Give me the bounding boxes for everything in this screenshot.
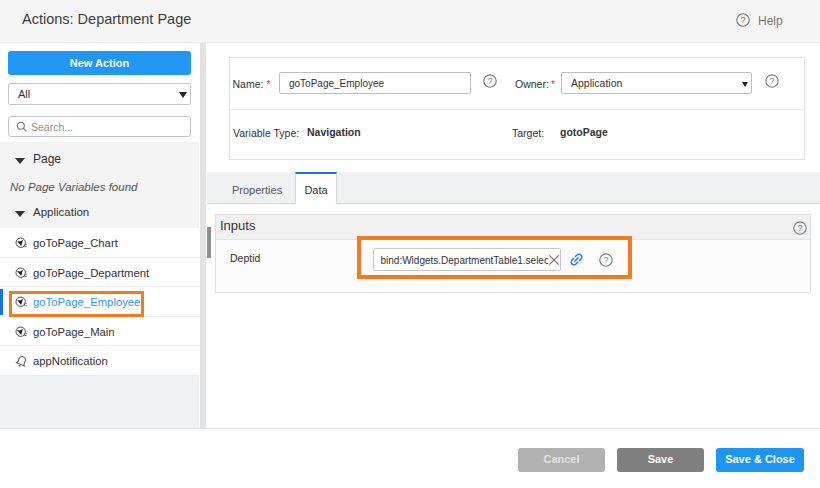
svg-text:?: ?	[487, 76, 492, 86]
svg-text:?: ?	[740, 15, 745, 25]
svg-text:?: ?	[797, 223, 802, 233]
svg-text:?: ?	[769, 76, 774, 86]
svg-text:?: ?	[603, 255, 608, 265]
